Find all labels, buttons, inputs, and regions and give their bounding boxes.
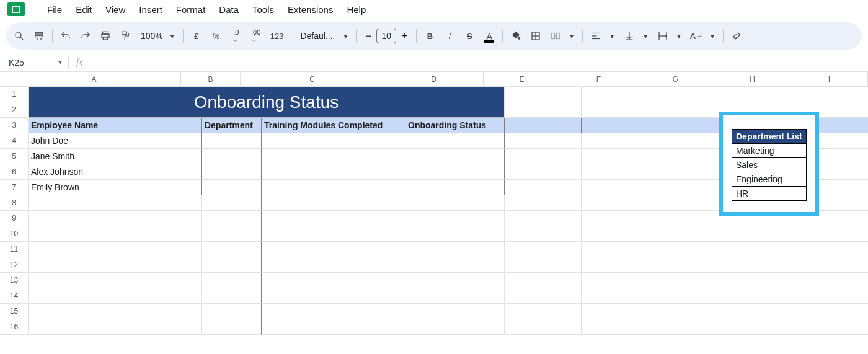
column-header-H[interactable]: H xyxy=(714,72,791,86)
cell[interactable] xyxy=(262,164,405,180)
cell[interactable] xyxy=(582,195,658,211)
cell[interactable] xyxy=(658,273,735,288)
row-header-3[interactable]: 3 xyxy=(0,118,29,133)
select-all-corner[interactable] xyxy=(0,72,7,86)
column-header-E[interactable]: E xyxy=(484,72,560,86)
format-percent-button[interactable]: % xyxy=(207,27,226,45)
cell[interactable] xyxy=(735,288,812,304)
cell[interactable] xyxy=(812,180,868,195)
cell[interactable] xyxy=(505,195,582,211)
text-color-button[interactable]: A xyxy=(480,27,498,45)
cell[interactable] xyxy=(658,226,735,242)
cell[interactable] xyxy=(505,118,582,133)
cell[interactable] xyxy=(812,273,868,288)
table-header[interactable]: Training Modules Completed xyxy=(262,118,405,133)
decrease-font-size-button[interactable]: − xyxy=(360,30,376,43)
cell[interactable] xyxy=(812,211,868,226)
format-currency-button[interactable]: £ xyxy=(187,27,206,45)
cell[interactable] xyxy=(658,288,735,304)
cell[interactable] xyxy=(812,118,868,133)
increase-decimal-button[interactable]: .00→ xyxy=(247,27,265,45)
cell[interactable] xyxy=(405,226,505,242)
cell[interactable] xyxy=(29,257,202,273)
name-box[interactable]: K25 ▼ xyxy=(0,58,68,68)
cell[interactable] xyxy=(505,87,582,102)
employee-name-cell[interactable]: Jane Smith xyxy=(29,149,202,164)
cell[interactable] xyxy=(582,211,658,226)
cell[interactable] xyxy=(582,273,658,288)
cell[interactable] xyxy=(262,180,405,195)
cell[interactable] xyxy=(582,164,658,180)
column-header-F[interactable]: F xyxy=(560,72,637,86)
cell[interactable] xyxy=(582,242,658,257)
cell[interactable] xyxy=(202,319,262,335)
more-formats-button[interactable]: 123 xyxy=(267,27,288,45)
cell[interactable] xyxy=(505,257,582,273)
menu-insert[interactable]: Insert xyxy=(133,2,169,17)
font-size-input[interactable]: 10 xyxy=(376,29,396,43)
cell[interactable] xyxy=(582,226,658,242)
row-header-6[interactable]: 6 xyxy=(0,164,29,180)
bold-button[interactable]: B xyxy=(420,27,439,45)
formula-input[interactable] xyxy=(90,53,868,71)
cell[interactable] xyxy=(202,149,262,164)
cell[interactable] xyxy=(202,242,262,257)
menu-view[interactable]: View xyxy=(99,2,131,17)
menu-format[interactable]: Format xyxy=(170,2,212,17)
increase-font-size-button[interactable]: + xyxy=(396,30,412,43)
column-header-C[interactable]: C xyxy=(241,72,384,86)
cell[interactable] xyxy=(29,226,202,242)
cell[interactable] xyxy=(262,211,405,226)
cell[interactable] xyxy=(505,226,582,242)
cell[interactable] xyxy=(735,273,812,288)
row-header-4[interactable]: 4 xyxy=(0,133,29,149)
cell[interactable] xyxy=(262,149,405,164)
cell[interactable] xyxy=(812,87,868,102)
cell[interactable] xyxy=(405,211,505,226)
row-header-1[interactable]: 1 xyxy=(0,87,29,102)
cell[interactable] xyxy=(405,319,505,335)
cell[interactable] xyxy=(405,195,505,211)
decrease-decimal-button[interactable]: .0← xyxy=(227,27,246,45)
cell[interactable] xyxy=(405,164,505,180)
cell[interactable] xyxy=(505,133,582,149)
cell[interactable] xyxy=(505,164,582,180)
cell[interactable] xyxy=(202,211,262,226)
cell[interactable] xyxy=(405,273,505,288)
cell[interactable] xyxy=(262,319,405,335)
cell[interactable] xyxy=(29,319,202,335)
strikethrough-button[interactable]: S xyxy=(460,27,479,45)
cell[interactable] xyxy=(29,273,202,288)
table-header[interactable]: Department xyxy=(202,118,262,133)
cell[interactable] xyxy=(505,102,582,118)
row-header-15[interactable]: 15 xyxy=(0,304,29,319)
cell[interactable] xyxy=(735,226,812,242)
cell[interactable] xyxy=(262,257,405,273)
cell[interactable] xyxy=(582,288,658,304)
cell[interactable] xyxy=(202,288,262,304)
row-header-11[interactable]: 11 xyxy=(0,242,29,257)
cell[interactable] xyxy=(582,133,658,149)
column-header-G[interactable]: G xyxy=(637,72,714,86)
cell[interactable] xyxy=(505,149,582,164)
print-button[interactable] xyxy=(96,27,115,45)
borders-button[interactable] xyxy=(526,27,545,45)
table-header[interactable]: Employee Name xyxy=(29,118,202,133)
row-header-10[interactable]: 10 xyxy=(0,226,29,242)
cell[interactable] xyxy=(582,257,658,273)
menu-extensions[interactable]: Extensions xyxy=(281,2,339,17)
cell[interactable] xyxy=(582,180,658,195)
table-header[interactable]: Onboarding Status xyxy=(405,118,505,133)
cell[interactable] xyxy=(405,242,505,257)
cell[interactable] xyxy=(262,288,405,304)
cell[interactable] xyxy=(505,319,582,335)
cell[interactable] xyxy=(29,195,202,211)
cell[interactable] xyxy=(735,242,812,257)
column-header-B[interactable]: B xyxy=(181,72,241,86)
cell[interactable] xyxy=(202,180,262,195)
cell[interactable] xyxy=(735,87,812,102)
cell[interactable] xyxy=(202,133,262,149)
cell[interactable] xyxy=(505,242,582,257)
cell[interactable] xyxy=(405,304,505,319)
cell[interactable] xyxy=(29,242,202,257)
